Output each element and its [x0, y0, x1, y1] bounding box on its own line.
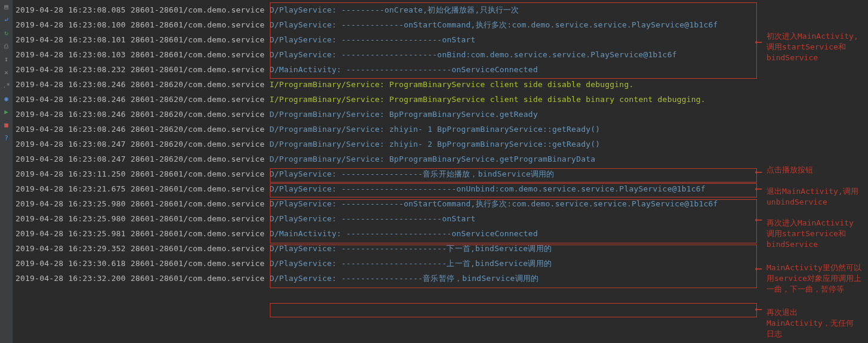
print-icon[interactable]: ⎙ — [2, 42, 11, 50]
log-line: 2019-04-28 16:23:08.085 28601-28601/com.… — [16, 2, 868, 17]
camera-icon[interactable]: ◉ — [2, 94, 11, 103]
annotation-arrow-icon: ⟵ — [756, 214, 762, 225]
log-line: 2019-04-28 16:23:08.103 28601-28601/com.… — [16, 47, 868, 62]
log-line: 2019-04-28 16:23:11.250 28601-28601/com.… — [16, 166, 868, 181]
log-line: 2019-04-28 16:23:21.675 28601-28601/com.… — [16, 181, 868, 196]
log-line: 2019-04-28 16:23:25.981 28601-28601/com.… — [16, 226, 868, 241]
annotation-arrow-icon: ⟵ — [756, 262, 762, 274]
help-icon[interactable]: ? — [2, 134, 11, 142]
log-line: 2019-04-28 16:23:25.980 28601-28601/com.… — [16, 211, 868, 226]
annotation-text: 初次进入MainActivity, 调用startService和 bindSe… — [767, 31, 858, 63]
log-line: 2019-04-28 16:23:08.247 28601-28620/com.… — [16, 152, 868, 166]
annotation-arrow-icon: ⟵ — [756, 303, 762, 314]
wrap-icon[interactable]: ⤶ — [2, 16, 11, 24]
log-line: 2019-04-28 16:23:08.232 28601-28601/com.… — [16, 62, 868, 77]
log-line: 2019-04-28 16:23:08.246 28601-28620/com.… — [16, 92, 868, 107]
log-line: 2019-04-28 16:23:08.246 28601-28620/com.… — [16, 122, 868, 137]
log-line: 2019-04-28 16:23:08.246 28601-28620/com.… — [16, 77, 868, 92]
annotation-arrow-icon: ⟵ — [756, 36, 762, 47]
scroll-end-icon[interactable]: ↧ — [2, 55, 11, 63]
annotation-arrow-icon: ⟵ — [756, 166, 762, 177]
annotation-text: 点击播放按钮 — [767, 165, 813, 175]
log-line: 2019-04-28 16:23:25.980 28601-28601/com.… — [16, 196, 868, 211]
annotation-text: 再次进入MainActivity 调用startService和 bindSer… — [767, 218, 854, 250]
log-line: 2019-04-28 16:23:08.100 28601-28601/com.… — [16, 17, 868, 32]
regex-icon[interactable]: .* — [2, 81, 11, 89]
stop-icon[interactable]: ■ — [2, 120, 11, 129]
log-line: 2019-04-28 16:23:30.618 28601-28601/com.… — [16, 256, 868, 271]
annotation-text: 退出MainActivity,调用 unbindService — [767, 186, 858, 208]
log-line: 2019-04-28 16:23:08.101 28601-28601/com.… — [16, 32, 868, 47]
logcat-output[interactable]: 2019-04-28 16:23:08.085 28601-28601/com.… — [13, 0, 868, 343]
annotation-arrow-icon: ⟵ — [756, 183, 762, 194]
clear-icon[interactable]: ✕ — [2, 68, 11, 76]
log-line: 2019-04-28 16:23:08.247 28601-28620/com.… — [16, 137, 868, 152]
restart-icon[interactable]: ↻ — [2, 29, 11, 37]
log-line: 2019-04-28 16:23:29.352 28601-28601/com.… — [16, 241, 868, 256]
log-line: 2019-04-28 16:23:08.246 28601-28620/com.… — [16, 107, 868, 122]
annotation-text: MainActivity里仍然可以 用service对象应用调用上 一曲，下一曲… — [767, 262, 861, 295]
logcat-gutter: ▤⤶↻⎙↧✕.*◉▶■? — [0, 0, 13, 343]
record-icon[interactable]: ▶ — [2, 107, 11, 116]
filter-icon[interactable]: ▤ — [2, 2, 11, 11]
annotation-text: 再次退出 MainActivity，无任何 日志 — [767, 307, 854, 339]
log-line: 2019-04-28 16:23:32.200 28601-28601/com.… — [16, 271, 868, 286]
